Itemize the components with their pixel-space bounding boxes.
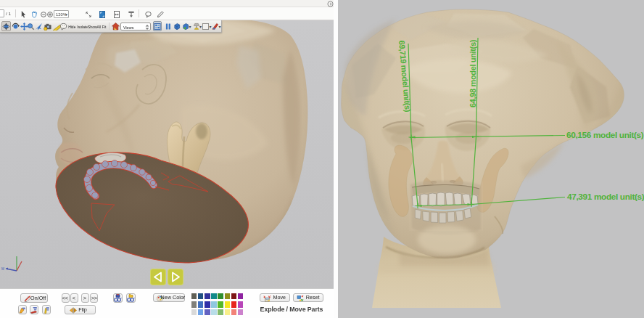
showall-button[interactable]: ShowAll — [87, 23, 102, 30]
toolbar-button-label: Hide — [68, 25, 75, 28]
scrolling-mode-icon[interactable] — [128, 11, 135, 18]
page-number-input[interactable] — [0, 9, 4, 17]
color-swatch[interactable] — [191, 293, 197, 300]
color-swatch[interactable] — [231, 309, 236, 316]
color-swatch[interactable] — [211, 293, 216, 300]
color-swatch[interactable] — [198, 293, 203, 300]
note-orange-icon — [19, 306, 26, 314]
toolbar-button-label: ShowAll — [88, 25, 101, 28]
explode-section-label: Explode / Move Parts — [260, 305, 323, 312]
note-yellow-icon — [43, 306, 50, 314]
move-parts-icon — [263, 295, 271, 302]
color-swatch[interactable] — [191, 309, 197, 316]
fit-page-icon[interactable] — [99, 11, 105, 18]
axis-label: M — [1, 267, 4, 271]
stepper-icon — [145, 25, 149, 30]
hand-tool-icon[interactable] — [31, 11, 37, 18]
flip-arrows-icon — [70, 307, 77, 314]
reset-button[interactable]: Reset — [293, 293, 323, 302]
chevron-down-icon[interactable]: ▾ — [199, 24, 202, 29]
color-swatch[interactable] — [231, 301, 236, 308]
chevron-down-icon[interactable]: ▾ — [219, 24, 221, 29]
color-swatch[interactable] — [225, 293, 230, 300]
color-swatch[interactable] — [225, 309, 230, 316]
pdf-control-panel: On/Off << < > >> — [0, 288, 334, 318]
frontal-head-model: 60,156 model unit(s) 47,391 model unit(s… — [338, 0, 644, 318]
views-dropdown-value: Views — [123, 25, 134, 30]
select-tool-icon[interactable] — [21, 11, 26, 18]
toolbar-button-label: Fit — [102, 25, 107, 28]
color-swatch[interactable] — [225, 301, 230, 308]
color-swatch[interactable] — [205, 293, 210, 300]
previous-model-button[interactable] — [150, 269, 166, 285]
color-swatch[interactable] — [218, 301, 223, 308]
sign-pen-icon[interactable] — [157, 11, 164, 18]
toolbar-separator — [109, 23, 110, 30]
spin-tool-icon[interactable] — [12, 23, 20, 30]
hide-button[interactable]: Hide — [67, 23, 77, 30]
page-count-label: / 1 — [6, 12, 11, 16]
color-swatch[interactable] — [211, 309, 216, 316]
acrobat-3d-pdf-window: / 1 120% ▾ — [0, 0, 644, 318]
resize-page-icon[interactable] — [86, 12, 91, 17]
color-swatch[interactable] — [218, 293, 223, 300]
chevron-down-icon[interactable]: ▾ — [189, 24, 191, 29]
color-swatch[interactable] — [238, 301, 243, 308]
fit-button[interactable]: Fit — [100, 23, 108, 30]
measure-note-button-1[interactable] — [18, 305, 27, 314]
cross-section-icon[interactable] — [212, 23, 219, 30]
toolbar-button-label: Isolate — [77, 25, 88, 28]
lower-measurement-label: 47,391 model unit(s) — [567, 192, 644, 202]
default-view-home-icon[interactable] — [112, 23, 120, 30]
reset-parts-icon — [297, 295, 305, 302]
comment-bubble-icon[interactable] — [145, 11, 152, 18]
axis-triad — [6, 256, 22, 271]
zoom-in-icon[interactable] — [47, 12, 53, 17]
toolbar-separator — [15, 9, 16, 17]
info-circle-icon[interactable] — [327, 1, 334, 7]
color-swatch[interactable] — [231, 293, 236, 300]
move-button[interactable]: Move — [260, 293, 290, 302]
acrobat-3d-toolbar: Hide Isolate ShowAll Fit Views — [0, 20, 222, 33]
zoom-tool-icon[interactable] — [27, 23, 35, 30]
window-top-strip — [0, 0, 334, 7]
button-label: Move — [273, 295, 286, 300]
color-swatch[interactable] — [238, 309, 243, 316]
measure-note-button-3[interactable] — [42, 305, 51, 314]
color-swatch[interactable] — [205, 301, 210, 308]
flip-button[interactable]: Flip — [65, 305, 96, 314]
model-nav-arrows — [150, 269, 183, 285]
color-swatch[interactable] — [205, 309, 210, 316]
play-pause-animation-icon[interactable] — [165, 23, 171, 30]
zoom-level-dropdown[interactable]: 120% ▾ — [54, 10, 69, 18]
color-swatch[interactable] — [191, 301, 197, 308]
measure-note-button-2[interactable] — [30, 305, 38, 314]
render-mode-icon[interactable] — [182, 23, 189, 30]
model-tree-icon[interactable] — [154, 23, 161, 30]
chevron-down-icon: ▾ — [65, 12, 67, 17]
color-swatch[interactable] — [198, 301, 203, 308]
acrobat-pane: / 1 120% ▾ — [0, 0, 334, 318]
color-swatch[interactable] — [198, 309, 203, 316]
color-swatch[interactable] — [211, 301, 216, 308]
fly-tool-icon[interactable] — [35, 23, 43, 30]
button-label: Flip — [79, 307, 88, 312]
zoom-out-icon[interactable] — [41, 12, 46, 17]
color-swatch[interactable] — [218, 309, 223, 316]
measurement-view-pane: 60,156 model unit(s) 47,391 model unit(s… — [338, 0, 644, 318]
camera-properties-icon[interactable] — [44, 23, 52, 30]
color-swatch[interactable] — [238, 293, 243, 300]
background-color-icon[interactable] — [202, 23, 209, 30]
cutaway-head-model: M — [0, 20, 334, 288]
fit-width-icon[interactable] — [114, 11, 120, 18]
note-red-icon — [30, 306, 38, 314]
lighting-icon[interactable] — [193, 23, 200, 30]
views-dropdown[interactable]: Views — [120, 23, 151, 30]
projection-icon[interactable] — [173, 23, 181, 30]
button-label: Reset — [306, 295, 320, 300]
toolbar-separator — [139, 9, 139, 17]
right-triangle-icon — [168, 269, 183, 285]
3d-model-canvas[interactable]: M — [0, 20, 334, 288]
next-model-button[interactable] — [168, 269, 183, 285]
rotate-tool-icon[interactable] — [2, 23, 10, 30]
